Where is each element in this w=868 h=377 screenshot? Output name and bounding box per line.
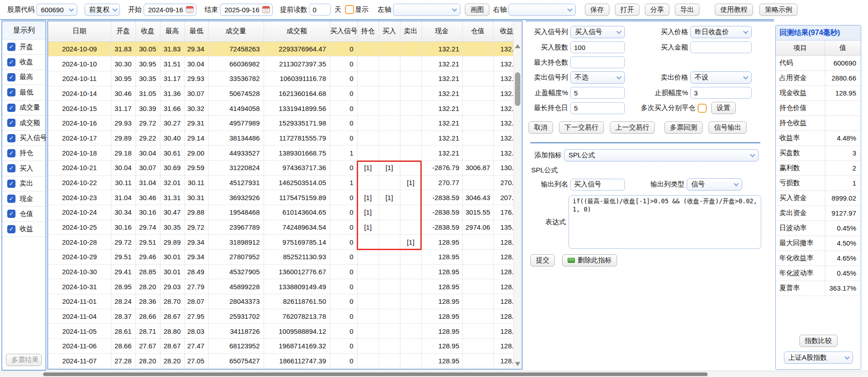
prev-trade-row-button[interactable]: 上一交易行 [610, 121, 655, 134]
checkbox-checked-icon[interactable]: ✓ [7, 43, 15, 51]
adjust-mode-select[interactable]: 前复权 [85, 4, 120, 16]
table-row[interactable]: 2024-10-2230.1131.0432.0130.114512793114… [48, 175, 513, 190]
table-row[interactable]: 2024-10-1030.3030.9531.5130.046603698221… [48, 56, 513, 71]
checkbox-checked-icon[interactable]: ✓ [7, 164, 15, 172]
sidebar-column-item[interactable]: ✓持仓 [2, 146, 45, 161]
stop-loss-input[interactable] [690, 87, 752, 99]
sidebar-column-item[interactable]: ✓成交额 [2, 116, 45, 131]
table-row[interactable]: 2024-10-3128.9528.2029.0327.794589922813… [48, 279, 513, 294]
table-row[interactable]: 2024-10-1829.1830.0430.6129.004493352713… [48, 146, 513, 161]
column-header[interactable]: 卖出 [400, 21, 421, 41]
scrollbar-thumb[interactable] [515, 72, 520, 106]
sidebar-column-item[interactable]: ✓收益 [2, 222, 45, 237]
buy-shares-input[interactable] [570, 41, 625, 53]
table-row[interactable]: 2024-10-1430.4631.0531.3630.075067452816… [48, 86, 513, 101]
sell-signal-col-select[interactable]: 不选 [570, 71, 625, 84]
column-header[interactable]: 开盘 [111, 21, 135, 41]
buy-signal-col-select[interactable]: 买入信号 [570, 26, 625, 38]
checkbox-checked-icon[interactable]: ✓ [7, 210, 15, 218]
calendar-icon[interactable] [262, 6, 270, 13]
signal-output-button[interactable]: 信号输出 [708, 121, 747, 134]
checkbox-checked-icon[interactable]: ✓ [7, 119, 15, 127]
cancel-button[interactable]: 取消 [529, 121, 553, 134]
table-row[interactable]: 2024-10-3029.4128.8530.0128.494532790513… [48, 264, 513, 279]
display-checkbox[interactable] [345, 5, 354, 14]
table-row[interactable]: 2024-10-1130.9530.3531.1729.933353678210… [48, 71, 513, 86]
open-button[interactable]: 打开 [615, 4, 639, 16]
table-row[interactable]: 2024-11-0528.6128.7128.8028.033411872610… [48, 324, 513, 339]
table-row[interactable]: 2024-10-2331.0430.4631.3130.313693292611… [48, 190, 513, 205]
sidebar-column-item[interactable]: ✓成交量 [2, 101, 45, 116]
start-date-input[interactable]: 2024-09-16 [144, 4, 196, 16]
sidebar-column-item[interactable]: ✓现金 [2, 191, 45, 206]
sidebar-column-item[interactable]: ✓卖出 [2, 176, 45, 191]
checkbox-checked-icon[interactable]: ✓ [7, 195, 15, 203]
add-indicator-select[interactable]: SPL公式 [564, 149, 758, 161]
share-button[interactable]: 分享 [645, 4, 669, 16]
checkbox-checked-icon[interactable]: ✓ [7, 180, 15, 188]
column-header[interactable]: 日期 [48, 21, 111, 41]
tutorial-button[interactable]: 使用教程 [715, 4, 753, 16]
max-hold-days-input[interactable] [570, 102, 625, 114]
left-axis-select[interactable] [393, 4, 460, 16]
sidebar-column-item[interactable]: ✓最高 [2, 70, 45, 85]
sidebar-column-item[interactable]: ✓收盘 [2, 55, 45, 70]
pre-read-input[interactable] [309, 4, 331, 15]
max-positions-input[interactable] [570, 56, 625, 68]
table-row[interactable]: 2024-10-2530.1629.7430.3529.722396778974… [48, 220, 513, 235]
output-type-select[interactable]: 信号 [687, 178, 742, 191]
table-row[interactable]: 2024-11-0128.2428.3628.7028.072804337382… [48, 294, 513, 309]
right-axis-select[interactable] [509, 4, 576, 16]
sidebar-column-item[interactable]: ✓买入 [2, 161, 45, 176]
calendar-icon[interactable] [186, 6, 194, 13]
table-row[interactable]: 2024-10-2929.5129.4630.0129.342780795285… [48, 249, 513, 264]
column-header[interactable]: 最高 [160, 21, 185, 41]
vertical-scrollbar[interactable] [513, 21, 522, 369]
expression-textarea[interactable]: if((最高-最低)/收盘[-1]>0.05 && (收盘-开盘)/开盘>0.0… [569, 195, 761, 249]
sidebar-column-item[interactable]: ✓开盘 [2, 40, 45, 55]
multi-result-button[interactable]: 多票结果 [6, 354, 42, 366]
table-row[interactable]: 2024-10-2829.7229.5129.8929.343189891297… [48, 235, 513, 250]
horizontal-scrollbar-thumb[interactable] [43, 372, 708, 376]
draw-button[interactable]: 画图 [465, 4, 489, 16]
column-header[interactable]: 成交量 [208, 21, 264, 41]
sidebar-column-item[interactable]: ✓仓值 [2, 206, 45, 221]
checkbox-checked-icon[interactable]: ✓ [7, 88, 15, 96]
checkbox-checked-icon[interactable]: ✓ [7, 149, 15, 157]
table-row[interactable]: 2024-11-0727.2828.2028.2027.056507542718… [48, 353, 513, 368]
column-header[interactable]: 买入 [379, 21, 400, 41]
checkbox-checked-icon[interactable]: ✓ [7, 58, 15, 66]
column-header[interactable]: 收益 [493, 21, 513, 41]
save-button[interactable]: 保存 [585, 4, 609, 16]
table-row[interactable]: 2024-10-2130.0430.0730.6929.593122082497… [48, 160, 513, 175]
buy-price-select[interactable]: 昨日收盘价 [690, 26, 752, 38]
index-select[interactable]: 上证A股指数 [784, 352, 853, 364]
table-row[interactable]: 2024-10-1629.9329.7230.2729.314957798915… [48, 116, 513, 131]
sell-price-select[interactable]: 不设 [690, 71, 752, 84]
column-header[interactable]: 现金 [421, 21, 462, 41]
end-date-input[interactable]: 2025-09-16 [220, 4, 273, 16]
buy-amount-input[interactable] [690, 41, 752, 53]
table-row[interactable]: 2024-10-0931.8330.0531.8329.347245826322… [48, 41, 513, 56]
table-row[interactable]: 2024-10-1531.1730.3931.6630.324149405813… [48, 101, 513, 116]
submit-button[interactable]: 提交 [530, 254, 555, 266]
output-col-input[interactable] [570, 179, 625, 191]
checkbox-checked-icon[interactable]: ✓ [7, 73, 15, 81]
sidebar-column-item[interactable]: ✓买入信号 [2, 131, 45, 146]
column-header[interactable]: 最低 [185, 21, 208, 41]
horizontal-scrollbar[interactable] [0, 371, 868, 377]
table-row[interactable]: 2024-10-2430.3430.1630.4729.881954846861… [48, 205, 513, 220]
checkbox-checked-icon[interactable]: ✓ [7, 134, 15, 142]
export-button[interactable]: 导出 [675, 4, 699, 16]
stock-code-select[interactable]: 600690 [36, 4, 77, 16]
checkbox-checked-icon[interactable]: ✓ [7, 225, 15, 233]
scroll-up-icon[interactable] [515, 44, 520, 48]
multi-backtest-button[interactable]: 多票回测 [664, 121, 703, 134]
take-profit-input[interactable] [570, 87, 625, 99]
sidebar-column-item[interactable]: ✓最低 [2, 85, 45, 100]
delete-indicator-button[interactable]: 删除此指标 [562, 254, 617, 266]
examples-button[interactable]: 策略示例 [759, 4, 798, 16]
split-close-checkbox[interactable] [698, 104, 707, 113]
table-row[interactable]: 2024-11-0628.6627.6728.6727.476812395219… [48, 338, 513, 353]
column-header[interactable]: 仓值 [462, 21, 493, 41]
